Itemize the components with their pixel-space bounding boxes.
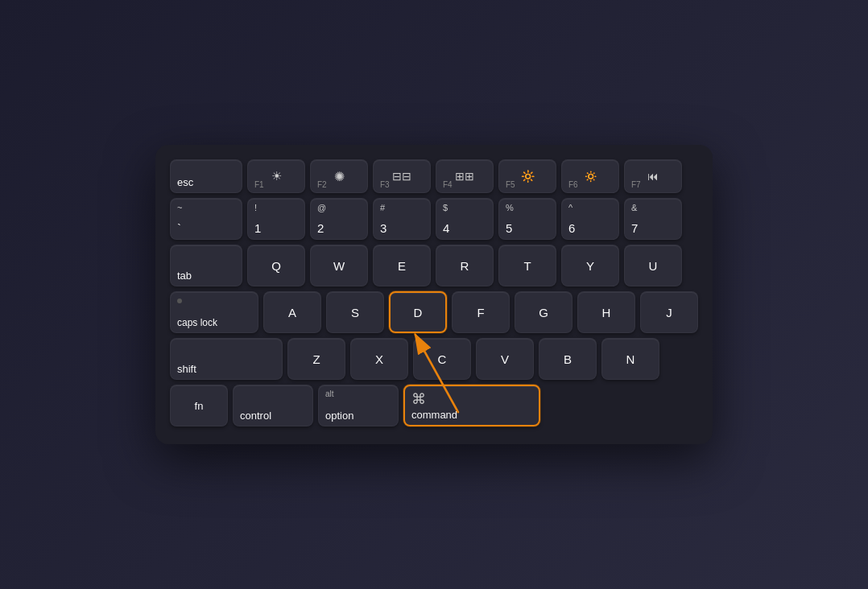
key-s[interactable]: S [326, 291, 384, 333]
key-command[interactable]: ⌘ command [403, 385, 540, 426]
key-c[interactable]: C [413, 338, 471, 380]
key-esc[interactable]: esc [170, 159, 242, 193]
key-u[interactable]: U [624, 245, 682, 286]
key-v[interactable]: V [476, 338, 534, 380]
key-g[interactable]: G [515, 291, 572, 333]
key-t[interactable]: T [498, 245, 556, 286]
key-n[interactable]: N [601, 338, 659, 380]
qwerty-row: tab Q W E R T Y U [170, 245, 698, 286]
key-z[interactable]: Z [287, 338, 345, 380]
key-w[interactable]: W [310, 245, 368, 286]
command-icon: ⌘ [411, 390, 426, 408]
fn-row: esc ☀ F1 ✺ F2 ⊟⊟ F3 ⊞⊞ F4 🔆 F5 🔅 F6 ⏮ F7 [170, 159, 698, 193]
key-7[interactable]: & 7 [624, 198, 682, 240]
key-f2[interactable]: ✺ F2 [310, 159, 368, 193]
key-f7[interactable]: ⏮ F7 [624, 159, 682, 193]
asdf-row: caps lock A S D F G H J [170, 291, 698, 333]
key-y[interactable]: Y [561, 245, 619, 286]
key-a[interactable]: A [263, 291, 321, 333]
key-4[interactable]: $ 4 [436, 198, 494, 240]
key-6[interactable]: ^ 6 [561, 198, 619, 240]
key-option[interactable]: alt option [318, 385, 399, 426]
key-f6[interactable]: 🔅 F6 [561, 159, 619, 193]
key-5[interactable]: % 5 [498, 198, 556, 240]
key-f1[interactable]: ☀ F1 [247, 159, 305, 193]
key-f3[interactable]: ⊟⊟ F3 [373, 159, 431, 193]
key-1[interactable]: ! 1 [247, 198, 305, 240]
key-f5[interactable]: 🔆 F5 [498, 159, 556, 193]
bottom-row: fn control alt option ⌘ command [170, 385, 698, 426]
key-3[interactable]: # 3 [373, 198, 431, 240]
key-r[interactable]: R [436, 245, 494, 286]
zxcv-row: shift Z X C V B N [170, 338, 698, 380]
key-f[interactable]: F [452, 291, 510, 333]
key-fn[interactable]: fn [170, 385, 228, 426]
key-f4[interactable]: ⊞⊞ F4 [436, 159, 494, 193]
key-e[interactable]: E [373, 245, 431, 286]
keyboard: esc ☀ F1 ✺ F2 ⊟⊟ F3 ⊞⊞ F4 🔆 F5 🔅 F6 ⏮ F7 [155, 145, 713, 444]
key-2[interactable]: @ 2 [310, 198, 368, 240]
key-b[interactable]: B [539, 338, 597, 380]
key-d[interactable]: D [389, 291, 447, 333]
key-q[interactable]: Q [247, 245, 305, 286]
key-control[interactable]: control [233, 385, 313, 426]
key-h[interactable]: H [577, 291, 635, 333]
key-tilde[interactable]: ~ ` [170, 198, 242, 240]
key-shift[interactable]: shift [170, 338, 283, 380]
key-tab[interactable]: tab [170, 245, 242, 286]
key-j[interactable]: J [640, 291, 698, 333]
caps-lock-indicator [177, 299, 182, 303]
key-x[interactable]: X [350, 338, 408, 380]
key-capslock[interactable]: caps lock [170, 291, 258, 333]
number-row: ~ ` ! 1 @ 2 # 3 $ 4 % 5 ^ 6 & 7 [170, 198, 698, 240]
alt-label: alt [325, 389, 334, 398]
